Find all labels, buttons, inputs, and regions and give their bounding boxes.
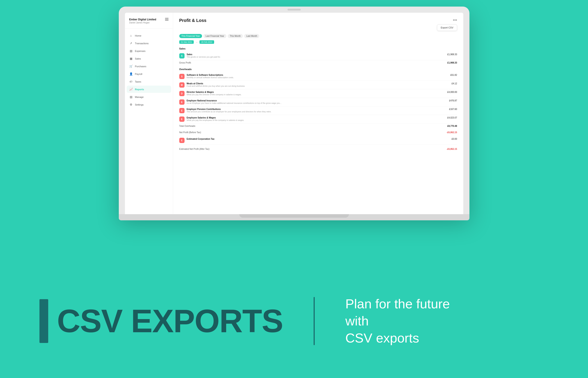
sidebar-item-label: Settings <box>135 103 144 106</box>
gross-profit-amount: £1,908.33 <box>447 62 457 64</box>
filter-tab-this-month[interactable]: This Month <box>228 34 243 38</box>
overhead-employer-ni-name: Employer National Insurance <box>187 99 447 102</box>
sidebar-item-label: Manage <box>135 96 144 98</box>
payroll-icon: 👤 <box>129 72 133 76</box>
net-profit-after-label: Estimated Net Profit (After Tax): <box>179 148 210 150</box>
overhead-director-salary-row: D Director Salaries & Wages What you pay… <box>179 89 457 98</box>
overhead-employee-salary-info: Employee Salaries & Wages What you pay t… <box>187 117 445 121</box>
overhead-software-info: Software & Software Subscriptions Monthl… <box>187 74 448 79</box>
overhead-meals-name: Meals at Clients <box>187 82 449 85</box>
home-icon: ⌂ <box>129 34 133 37</box>
overhead-software-icon: S <box>179 74 184 79</box>
overhead-software-amount: £61.82 <box>450 74 457 76</box>
total-overheads-amount: £8,770.48 <box>447 125 457 127</box>
overhead-director-amount: £4,000.00 <box>447 91 457 93</box>
overhead-employer-ni-amount: £476.87 <box>449 99 457 102</box>
corp-tax-amount: £0.00 <box>451 138 457 140</box>
overhead-employee-salary-icon: E <box>179 117 184 122</box>
sidebar-item-settings[interactable]: ⚙ Settings <box>127 101 171 108</box>
laptop-notch <box>288 9 301 11</box>
overhead-meals-info: Meals at Clients Food and soft/hot drink… <box>187 82 449 87</box>
sidebar-item-label: Sales <box>135 57 141 60</box>
overhead-software-row: S Software & Software Subscriptions Mont… <box>179 72 457 81</box>
overheads-section-title: Overheads <box>179 68 457 70</box>
export-csv-button[interactable]: Export CSV <box>437 24 457 31</box>
sidebar-item-reports[interactable]: 📈 Reports <box>127 86 171 93</box>
total-overheads-label: Total Overheads: <box>179 125 196 127</box>
sidebar-item-label: Expenses <box>135 50 145 52</box>
expenses-icon: ▤ <box>129 49 133 53</box>
date-arrow-icon: → <box>196 41 198 43</box>
more-options-icon[interactable]: ••• <box>453 18 457 23</box>
csv-exports-title: CSV EXPORTS <box>57 302 283 340</box>
sidebar-item-label: Home <box>135 34 141 37</box>
sidebar-item-manage[interactable]: ▤ Manage <box>127 93 171 101</box>
date-range: 01 Mar 2021 → 28 Feb 2022 <box>179 40 457 44</box>
filter-tab-last-financial-year[interactable]: Last Financial Year <box>203 34 226 38</box>
corp-tax-info: Estimated Corporation Tax <box>187 138 449 140</box>
settings-icon: ⚙ <box>129 103 133 106</box>
sales-item-amount: £1,908.33 <box>447 53 457 56</box>
overhead-meals-row: M Meals at Clients Food and soft/hot dri… <box>179 81 457 89</box>
laptop-foot <box>239 214 349 218</box>
sidebar-item-transactions[interactable]: ↗ Transactions <box>127 40 171 47</box>
overhead-director-desc: What you pay the Director of the company… <box>187 94 445 96</box>
sales-icon: ▦ <box>129 57 133 60</box>
filter-tabs: This Financial Year Last Financial Year … <box>179 34 457 38</box>
sidebar-item-label: Taxes <box>135 80 141 83</box>
sales-item-icon: S <box>179 53 184 58</box>
overhead-director-name: Director Salaries & Wages <box>187 91 445 93</box>
net-profit-amount: -£6,862.15 <box>447 131 457 134</box>
bottom-banner: CSV EXPORTS Plan for the future withCSV … <box>0 264 588 378</box>
sidebar-item-purchases[interactable]: 🛒 Purchases <box>127 63 171 70</box>
net-profit-after-tax-row: Estimated Net Profit (After Tax): -£6,86… <box>179 147 457 151</box>
hamburger-menu[interactable] <box>165 18 168 21</box>
sales-item-name: Sales <box>187 53 445 56</box>
tagline-text: Plan for the future withCSV exports <box>345 296 477 347</box>
sidebar-item-home[interactable]: ⌂ Home <box>127 32 171 39</box>
sales-item-row: S Sales The goods or services you get pa… <box>179 52 457 60</box>
sales-item-info: Sales The goods or services you get paid… <box>187 53 445 58</box>
sidebar-item-label: Reports <box>135 88 144 91</box>
sidebar-item-sales[interactable]: ▦ Sales <box>127 55 171 62</box>
sidebar-item-expenses[interactable]: ▤ Expenses <box>127 47 171 54</box>
purchases-icon: 🛒 <box>129 65 133 68</box>
date-to-badge[interactable]: 28 Feb 2022 <box>199 40 214 44</box>
overhead-meals-desc: Food and soft/hot drinks you buy when yo… <box>187 85 449 87</box>
overhead-pension-icon: E <box>179 108 184 113</box>
overhead-employee-salary-row: E Employee Salaries & Wages What you pay… <box>179 115 457 123</box>
sidebar-item-payroll[interactable]: 👤 Payroll <box>127 70 171 78</box>
laptop-mockup: Ember Digital Limited Daniel James Hogan… <box>119 7 469 220</box>
page-title: Profit & Loss <box>179 18 207 23</box>
corp-tax-icon: E <box>179 138 184 143</box>
overhead-employer-ni-desc: As an Employer you have to make addition… <box>187 102 447 104</box>
overhead-employer-ni-info: Employer National Insurance As an Employ… <box>187 99 447 104</box>
net-profit-after-amount: -£6,862.15 <box>447 148 457 150</box>
main-content: Profit & Loss ••• Export CSV This Financ… <box>173 13 463 214</box>
filter-tab-last-month[interactable]: Last Month <box>244 34 259 38</box>
sidebar: Ember Digital Limited Daniel James Hogan… <box>125 13 173 214</box>
sidebar-item-label: Payroll <box>135 73 142 75</box>
overhead-pension-desc: The amount you contribute as an employer… <box>187 111 447 113</box>
laptop-base <box>119 214 469 220</box>
overhead-pension-amount: £167.60 <box>449 108 457 110</box>
net-profit-before-tax-row: Net Profit (Before Tax): -£6,862.15 <box>179 130 457 135</box>
transactions-icon: ↗ <box>129 42 133 45</box>
page-header: Profit & Loss ••• Export CSV <box>179 18 457 31</box>
gross-profit-row: Gross Profit: £1,908.33 <box>179 60 457 65</box>
overhead-pension-info: Employer Pension Contributions The amoun… <box>187 108 447 113</box>
overhead-director-icon: D <box>179 91 184 96</box>
corp-tax-name: Estimated Corporation Tax <box>187 138 449 140</box>
gross-profit-label: Gross Profit: <box>179 62 192 64</box>
date-from-badge[interactable]: 01 Mar 2021 <box>179 40 194 44</box>
overhead-meals-amount: £4.12 <box>451 82 457 85</box>
taxes-icon: 🏷 <box>129 80 133 83</box>
csv-headline: CSV EXPORTS <box>40 299 283 343</box>
filter-tab-this-financial-year[interactable]: This Financial Year <box>179 34 202 38</box>
overhead-software-name: Software & Software Subscriptions <box>187 74 448 76</box>
sidebar-item-taxes[interactable]: 🏷 Taxes <box>127 78 171 85</box>
overhead-pension-name: Employer Pension Contributions <box>187 108 447 110</box>
sidebar-item-label: Purchases <box>135 65 146 68</box>
overhead-meals-icon: M <box>179 82 184 88</box>
company-name: Ember Digital Limited <box>129 18 168 21</box>
